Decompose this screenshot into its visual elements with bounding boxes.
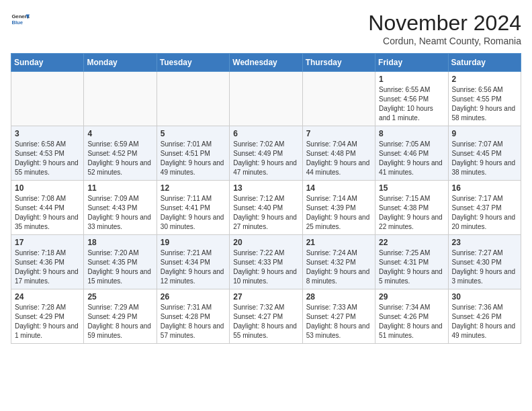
calendar-cell: 27Sunrise: 7:32 AM Sunset: 4:27 PM Dayli… <box>230 289 302 344</box>
calendar-cell: 4Sunrise: 6:59 AM Sunset: 4:52 PM Daylig… <box>84 126 157 181</box>
calendar-cell: 16Sunrise: 7:17 AM Sunset: 4:37 PM Dayli… <box>448 181 521 235</box>
weekday-header: Saturday <box>448 54 521 72</box>
calendar-cell: 5Sunrise: 7:01 AM Sunset: 4:51 PM Daylig… <box>157 126 229 181</box>
day-info: Sunrise: 7:01 AM Sunset: 4:51 PM Dayligh… <box>161 140 226 177</box>
calendar-cell: 6Sunrise: 7:02 AM Sunset: 4:49 PM Daylig… <box>230 126 302 181</box>
calendar-cell: 22Sunrise: 7:25 AM Sunset: 4:31 PM Dayli… <box>375 235 448 289</box>
calendar-cell: 29Sunrise: 7:34 AM Sunset: 4:26 PM Dayli… <box>375 289 448 344</box>
day-info: Sunrise: 7:20 AM Sunset: 4:35 PM Dayligh… <box>87 248 152 286</box>
day-info: Sunrise: 7:02 AM Sunset: 4:49 PM Dayligh… <box>233 140 298 177</box>
calendar-cell: 19Sunrise: 7:21 AM Sunset: 4:34 PM Dayli… <box>157 235 229 289</box>
location-title: Cordun, Neamt County, Romania <box>368 36 521 46</box>
calendar-cell: 7Sunrise: 7:04 AM Sunset: 4:48 PM Daylig… <box>302 126 375 181</box>
day-info: Sunrise: 6:58 AM Sunset: 4:53 PM Dayligh… <box>15 140 80 177</box>
day-info: Sunrise: 7:24 AM Sunset: 4:32 PM Dayligh… <box>306 248 371 286</box>
day-info: Sunrise: 7:27 AM Sunset: 4:30 PM Dayligh… <box>452 248 517 286</box>
page-header: General Blue November 2024 Cordun, Neamt… <box>11 11 521 46</box>
logo: General Blue <box>11 11 30 30</box>
day-info: Sunrise: 6:55 AM Sunset: 4:56 PM Dayligh… <box>379 85 444 123</box>
weekday-header: Monday <box>84 54 157 72</box>
day-info: Sunrise: 7:25 AM Sunset: 4:31 PM Dayligh… <box>379 248 444 286</box>
calendar-week-row: 10Sunrise: 7:08 AM Sunset: 4:44 PM Dayli… <box>11 181 521 235</box>
day-number: 13 <box>233 183 298 193</box>
calendar-cell: 20Sunrise: 7:22 AM Sunset: 4:33 PM Dayli… <box>230 235 302 289</box>
day-number: 5 <box>161 129 226 138</box>
calendar-cell: 28Sunrise: 7:33 AM Sunset: 4:27 PM Dayli… <box>302 289 375 344</box>
day-number: 8 <box>379 129 444 138</box>
calendar-cell: 11Sunrise: 7:09 AM Sunset: 4:43 PM Dayli… <box>84 181 157 235</box>
calendar-cell: 13Sunrise: 7:12 AM Sunset: 4:40 PM Dayli… <box>230 181 302 235</box>
calendar-cell: 8Sunrise: 7:05 AM Sunset: 4:46 PM Daylig… <box>375 126 448 181</box>
day-info: Sunrise: 7:05 AM Sunset: 4:46 PM Dayligh… <box>379 140 444 177</box>
calendar-cell <box>302 72 375 126</box>
day-number: 22 <box>379 238 444 247</box>
day-info: Sunrise: 7:11 AM Sunset: 4:41 PM Dayligh… <box>161 194 226 232</box>
day-info: Sunrise: 7:15 AM Sunset: 4:38 PM Dayligh… <box>379 194 444 232</box>
day-info: Sunrise: 7:08 AM Sunset: 4:44 PM Dayligh… <box>15 194 80 232</box>
day-info: Sunrise: 7:12 AM Sunset: 4:40 PM Dayligh… <box>233 194 298 232</box>
calendar-cell: 30Sunrise: 7:36 AM Sunset: 4:26 PM Dayli… <box>448 289 521 344</box>
calendar-table: SundayMondayTuesdayWednesdayThursdayFrid… <box>11 53 521 344</box>
day-number: 4 <box>87 129 152 138</box>
calendar-cell <box>84 72 157 126</box>
day-number: 27 <box>233 292 298 302</box>
day-info: Sunrise: 6:56 AM Sunset: 4:55 PM Dayligh… <box>452 85 517 123</box>
day-number: 29 <box>379 292 444 302</box>
calendar-week-row: 3Sunrise: 6:58 AM Sunset: 4:53 PM Daylig… <box>11 126 521 181</box>
day-number: 16 <box>452 183 517 193</box>
day-number: 2 <box>452 75 517 84</box>
day-info: Sunrise: 7:32 AM Sunset: 4:27 PM Dayligh… <box>233 303 298 340</box>
day-number: 21 <box>306 238 371 247</box>
weekday-header: Friday <box>375 54 448 72</box>
day-info: Sunrise: 7:34 AM Sunset: 4:26 PM Dayligh… <box>379 303 444 340</box>
day-number: 1 <box>379 75 444 84</box>
day-info: Sunrise: 7:18 AM Sunset: 4:36 PM Dayligh… <box>15 248 80 286</box>
day-number: 20 <box>233 238 298 247</box>
calendar-cell <box>230 72 302 126</box>
svg-text:Blue: Blue <box>11 19 23 26</box>
calendar-cell <box>11 72 84 126</box>
day-number: 14 <box>306 183 371 193</box>
day-number: 24 <box>15 292 80 302</box>
day-number: 12 <box>161 183 226 193</box>
calendar-cell: 3Sunrise: 6:58 AM Sunset: 4:53 PM Daylig… <box>11 126 84 181</box>
calendar-cell: 2Sunrise: 6:56 AM Sunset: 4:55 PM Daylig… <box>448 72 521 126</box>
day-number: 3 <box>15 129 80 138</box>
day-number: 9 <box>452 129 517 138</box>
title-area: November 2024 Cordun, Neamt County, Roma… <box>368 11 521 46</box>
day-info: Sunrise: 7:22 AM Sunset: 4:33 PM Dayligh… <box>233 248 298 286</box>
day-info: Sunrise: 6:59 AM Sunset: 4:52 PM Dayligh… <box>87 140 152 177</box>
weekday-header: Tuesday <box>157 54 229 72</box>
day-info: Sunrise: 7:04 AM Sunset: 4:48 PM Dayligh… <box>306 140 371 177</box>
day-info: Sunrise: 7:31 AM Sunset: 4:28 PM Dayligh… <box>161 303 226 340</box>
day-info: Sunrise: 7:14 AM Sunset: 4:39 PM Dayligh… <box>306 194 371 232</box>
calendar-cell: 10Sunrise: 7:08 AM Sunset: 4:44 PM Dayli… <box>11 181 84 235</box>
day-info: Sunrise: 7:28 AM Sunset: 4:29 PM Dayligh… <box>15 303 80 340</box>
weekday-header: Wednesday <box>230 54 302 72</box>
day-info: Sunrise: 7:29 AM Sunset: 4:29 PM Dayligh… <box>87 303 152 340</box>
day-number: 25 <box>87 292 152 302</box>
day-number: 17 <box>15 238 80 247</box>
calendar-cell: 15Sunrise: 7:15 AM Sunset: 4:38 PM Dayli… <box>375 181 448 235</box>
day-number: 30 <box>452 292 517 302</box>
calendar-cell: 26Sunrise: 7:31 AM Sunset: 4:28 PM Dayli… <box>157 289 229 344</box>
calendar-cell: 25Sunrise: 7:29 AM Sunset: 4:29 PM Dayli… <box>84 289 157 344</box>
calendar-cell: 9Sunrise: 7:07 AM Sunset: 4:45 PM Daylig… <box>448 126 521 181</box>
day-number: 18 <box>87 238 152 247</box>
day-number: 10 <box>15 183 80 193</box>
day-info: Sunrise: 7:07 AM Sunset: 4:45 PM Dayligh… <box>452 140 517 177</box>
day-info: Sunrise: 7:17 AM Sunset: 4:37 PM Dayligh… <box>452 194 517 232</box>
calendar-cell: 23Sunrise: 7:27 AM Sunset: 4:30 PM Dayli… <box>448 235 521 289</box>
calendar-cell: 12Sunrise: 7:11 AM Sunset: 4:41 PM Dayli… <box>157 181 229 235</box>
day-number: 6 <box>233 129 298 138</box>
day-number: 11 <box>87 183 152 193</box>
month-title: November 2024 <box>368 11 521 36</box>
day-number: 7 <box>306 129 371 138</box>
calendar-cell: 24Sunrise: 7:28 AM Sunset: 4:29 PM Dayli… <box>11 289 84 344</box>
calendar-week-row: 24Sunrise: 7:28 AM Sunset: 4:29 PM Dayli… <box>11 289 521 344</box>
calendar-cell: 17Sunrise: 7:18 AM Sunset: 4:36 PM Dayli… <box>11 235 84 289</box>
day-info: Sunrise: 7:21 AM Sunset: 4:34 PM Dayligh… <box>161 248 226 286</box>
day-info: Sunrise: 7:36 AM Sunset: 4:26 PM Dayligh… <box>452 303 517 340</box>
calendar-header-row: SundayMondayTuesdayWednesdayThursdayFrid… <box>11 54 521 72</box>
logo-icon: General Blue <box>11 11 30 30</box>
